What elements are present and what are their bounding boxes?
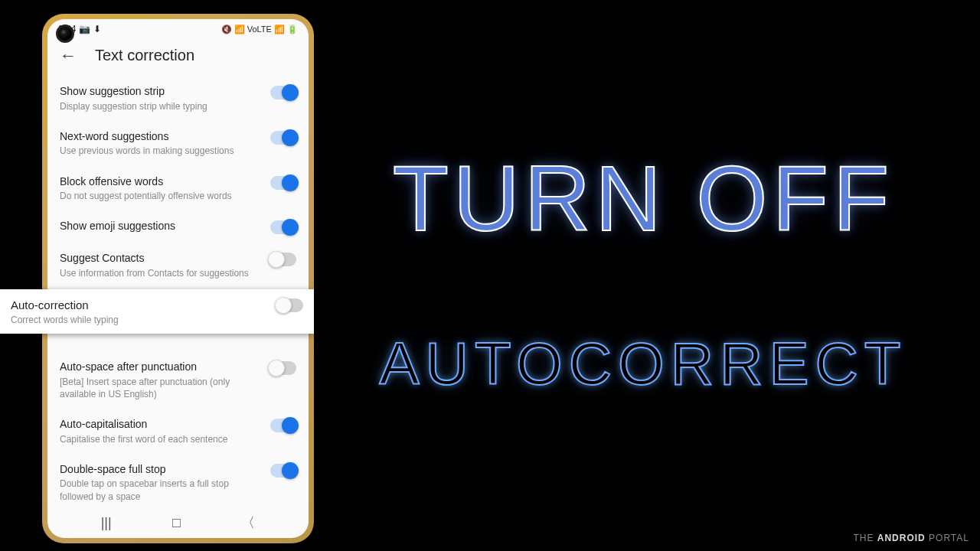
headline-autocorrect: AUTOCORRECT: [352, 329, 934, 399]
setting-show-suggestion-strip[interactable]: Show suggestion stripDisplay suggestion …: [60, 77, 296, 122]
setting-title: Block offensive words: [60, 174, 261, 190]
setting-title: Suggest Contacts: [60, 251, 261, 266]
watermark-post: PORTAL: [926, 533, 969, 543]
android-nav-bar: ||| □ 〈: [47, 504, 309, 538]
setting-title: Show emoji suggestions: [60, 219, 261, 234]
watermark-pre: THE: [853, 533, 877, 543]
setting-title: Auto-capitalisation: [60, 417, 261, 432]
setting-block-offensive-words[interactable]: Block offensive wordsDo not suggest pote…: [60, 167, 296, 212]
toggle-switch[interactable]: [270, 253, 296, 266]
nav-home-icon[interactable]: □: [172, 515, 181, 531]
setting-desc: Use previous words in making suggestions: [60, 145, 261, 157]
setting-desc: Correct words while typing: [11, 314, 268, 326]
status-left-icons: 📷 ⬇: [79, 24, 100, 34]
status-bar: 6:24 📷 ⬇ 🔇 📶 VoLTE 📶 🔋: [47, 19, 309, 36]
toggle-switch[interactable]: [270, 220, 296, 234]
setting-auto-capitalisation[interactable]: Auto-capitalisationCapitalise the first …: [60, 409, 296, 455]
setting-title: Auto-space after punctuation: [60, 360, 261, 375]
setting-desc: Do not suggest potentially offensive wor…: [60, 190, 261, 202]
setting-desc: Double tap on spacebar inserts a full st…: [60, 478, 261, 502]
setting-desc: Use information from Contacts for sugges…: [60, 267, 261, 279]
phone-frame: 6:24 📷 ⬇ 🔇 📶 VoLTE 📶 🔋 ← Text correction…: [42, 14, 314, 543]
setting-next-word-suggestions[interactable]: Next-word suggestionsUse previous words …: [60, 122, 296, 167]
back-icon[interactable]: ←: [60, 47, 77, 64]
toggle-switch[interactable]: [270, 361, 296, 375]
toggle-switch[interactable]: [270, 419, 296, 432]
status-right-icons: 🔇 📶 VoLTE 📶 🔋: [221, 24, 298, 34]
app-bar: ← Text correction: [47, 36, 309, 73]
setting-title: Auto-correction: [11, 297, 268, 313]
toggle-switch[interactable]: [277, 298, 303, 312]
watermark: THE ANDROID PORTAL: [853, 533, 969, 543]
setting-desc: Display suggestion strip while typing: [60, 100, 261, 112]
toggle-switch[interactable]: [270, 131, 296, 145]
setting-show-emoji-suggestions[interactable]: Show emoji suggestions: [60, 211, 296, 243]
setting-desc: [Beta] Insert space after punctuation (o…: [60, 376, 261, 400]
watermark-mid: ANDROID: [877, 533, 926, 543]
highlighted-setting-auto-correction[interactable]: Auto-correction Correct words while typi…: [0, 289, 314, 334]
setting-double-space-full-stop[interactable]: Double-space full stopDouble tap on spac…: [60, 455, 296, 504]
headline-text-1: TURN OFF: [352, 145, 934, 251]
toggle-switch[interactable]: [270, 464, 296, 478]
nav-recent-icon[interactable]: |||: [101, 515, 112, 531]
punch-hole-camera: [56, 24, 74, 43]
setting-suggest-contacts[interactable]: Suggest ContactsUse information from Con…: [60, 243, 296, 289]
setting-desc: Capitalise the first word of each senten…: [60, 433, 261, 445]
nav-back-icon[interactable]: 〈: [241, 514, 255, 532]
setting-title: Next-word suggestions: [60, 129, 261, 145]
setting-auto-space[interactable]: Auto-space after punctuation[Beta] Inser…: [60, 352, 296, 409]
toggle-switch[interactable]: [270, 86, 296, 99]
page-title: Text correction: [95, 47, 194, 64]
phone-screen: 6:24 📷 ⬇ 🔇 📶 VoLTE 📶 🔋 ← Text correction…: [47, 19, 309, 538]
setting-title: Double-space full stop: [60, 462, 261, 478]
headline-turn-off: TURN OFF: [352, 145, 934, 251]
setting-title: Show suggestion strip: [60, 84, 261, 99]
toggle-switch[interactable]: [270, 176, 296, 190]
